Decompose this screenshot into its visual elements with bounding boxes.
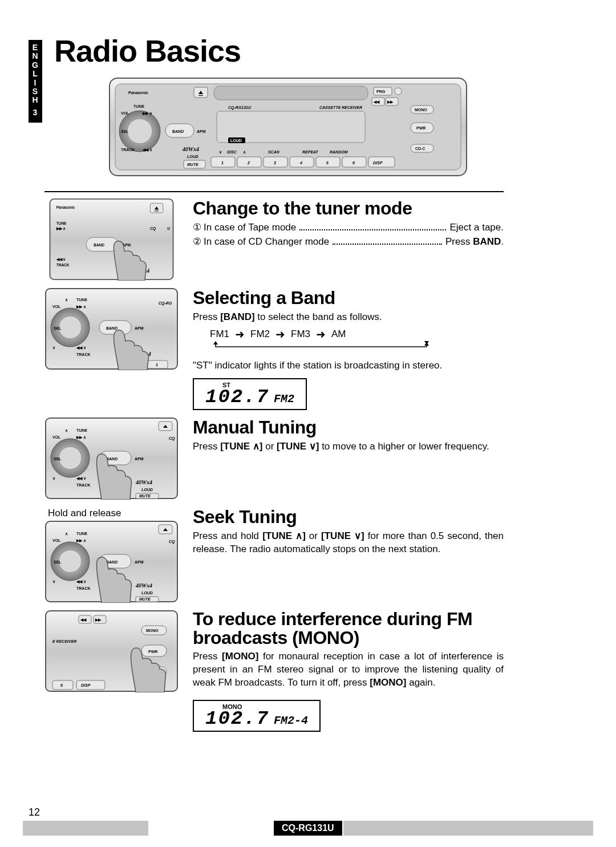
svg-text:APM: APM <box>135 560 144 564</box>
thumb-band: ∧TUNE VOL▶▶ ∧ SEL BAND APM ◀◀ ∨ ∨ TRACK … <box>44 287 179 370</box>
svg-text:◀◀ ∨: ◀◀ ∨ <box>76 346 86 350</box>
svg-text:40Wx4: 40Wx4 <box>135 479 152 485</box>
svg-text:APM: APM <box>197 129 206 133</box>
svg-point-110 <box>59 550 82 573</box>
language-label: ENGLISH <box>32 43 39 105</box>
svg-text:◀◀: ◀◀ <box>80 618 87 622</box>
svg-text:4: 4 <box>299 161 302 165</box>
svg-text:6: 6 <box>352 161 355 165</box>
svg-text:SEL: SEL <box>121 129 129 133</box>
svg-text:TRACK: TRACK <box>76 586 91 590</box>
footer-model: CQ-RG131U <box>274 821 342 836</box>
mono-text: Press [MONO] for monaural reception in c… <box>193 650 504 690</box>
heading-manual: Manual Tuning <box>193 417 504 438</box>
svg-text:PWR: PWR <box>416 126 425 130</box>
svg-text:TUNE: TUNE <box>76 532 87 536</box>
svg-text:◀◀ ∨: ◀◀ ∨ <box>142 148 152 152</box>
svg-text:CQ: CQ <box>150 226 156 231</box>
thumb-mono: ◀◀ ▶▶ MONO E RECEIVER PWR CD-C 6 DISP <box>44 610 179 692</box>
svg-text:APM: APM <box>135 326 144 330</box>
svg-text:▶▶ ∧: ▶▶ ∧ <box>76 435 86 440</box>
thumb-seek: ∧TUNE VOL▶▶ ∧ SEL BAND APM ◀◀ ∨∨ TRACK 4… <box>44 520 179 603</box>
svg-text:TRACK: TRACK <box>121 148 135 152</box>
svg-text:REPEAT: REPEAT <box>302 150 319 154</box>
svg-text:SCAN: SCAN <box>268 150 280 154</box>
radio-faceplate-illustration: Panasonic PRG ◀◀ ▶▶ MONO PWR CD-C TUNE V… <box>108 77 468 177</box>
svg-text:∨: ∨ <box>219 150 222 154</box>
thumb-change-mode: Panasonic TUNE ▶▶ ∧ BAND APM ◀◀ ∨ TRACK … <box>44 198 179 281</box>
svg-text:CQ: CQ <box>169 436 175 441</box>
language-tab: ENGLISH 3 <box>29 40 42 123</box>
svg-text:▶▶ ∧: ▶▶ ∧ <box>56 226 66 231</box>
svg-text:MONO: MONO <box>146 629 159 633</box>
svg-text:2: 2 <box>247 161 250 165</box>
heading-seek: Seek Tuning <box>193 506 504 528</box>
svg-text:◀◀ ∨: ◀◀ ∨ <box>76 579 86 584</box>
svg-text:∧: ∧ <box>65 428 68 432</box>
svg-point-4 <box>395 88 402 95</box>
svg-point-15 <box>127 119 152 144</box>
svg-text:∨: ∨ <box>52 579 55 583</box>
svg-text:◀◀ ∨: ◀◀ ∨ <box>56 257 66 262</box>
svg-text:BAND: BAND <box>94 243 104 247</box>
footer-bar: CQ-RG131U <box>0 821 616 836</box>
seek-text: Press and hold [TUNE ∧] or [TUNE ∨] for … <box>193 530 504 556</box>
svg-point-90 <box>59 447 82 469</box>
svg-text:5: 5 <box>326 161 329 165</box>
svg-text:1: 1 <box>221 161 224 165</box>
svg-text:CASSETTE RECEIVER: CASSETTE RECEIVER <box>319 106 362 110</box>
step-1: ① In case of Tape mode Eject a tape. <box>193 221 504 234</box>
svg-text:40Wx4: 40Wx4 <box>135 582 152 589</box>
st-note: "ST" indicator lights if the station is … <box>193 359 504 372</box>
svg-text:40Wx4: 40Wx4 <box>182 146 199 152</box>
band-cycle: FM1➜ FM2➜ FM3➜ AM <box>210 327 504 341</box>
svg-text:BAND: BAND <box>172 129 184 133</box>
svg-text:∧: ∧ <box>65 532 68 536</box>
svg-text:TUNE: TUNE <box>133 104 144 108</box>
svg-text:BAND: BAND <box>106 326 117 330</box>
page-title: Radio Basics <box>54 33 241 68</box>
svg-text:TRACK: TRACK <box>76 483 91 487</box>
svg-text:1: 1 <box>156 363 158 367</box>
seek-caption: Hold and release <box>48 508 193 519</box>
svg-text:E RECEIVER: E RECEIVER <box>52 639 76 643</box>
svg-text:VOL: VOL <box>52 305 61 309</box>
svg-text:3: 3 <box>274 161 276 165</box>
svg-text:▶▶: ▶▶ <box>387 100 394 104</box>
svg-text:DISC: DISC <box>227 150 237 154</box>
svg-text:LOUD: LOUD <box>141 488 153 492</box>
svg-rect-135 <box>52 680 73 690</box>
svg-text:SEL: SEL <box>54 560 62 564</box>
svg-text:MUTE: MUTE <box>187 163 198 167</box>
svg-text:PWR: PWR <box>148 650 157 654</box>
svg-text:▶▶ ∧: ▶▶ ∧ <box>142 111 152 116</box>
page-number: 12 <box>29 807 40 818</box>
svg-text:TRACK: TRACK <box>76 352 91 356</box>
heading-mono: To reduce interference during FM broadca… <box>193 610 504 648</box>
svg-text:U: U <box>167 226 170 230</box>
svg-text:6: 6 <box>60 683 63 687</box>
svg-text:LOUD: LOUD <box>187 155 198 159</box>
svg-text:◀◀ ∨: ◀◀ ∨ <box>76 476 86 481</box>
svg-text:APM: APM <box>135 457 144 461</box>
step-2: ② In case of CD Changer mode Press BAND. <box>193 236 504 249</box>
svg-text:Panasonic: Panasonic <box>56 205 75 209</box>
manual-text: Press [TUNE ∧] or [TUNE ∨] to move to a … <box>193 440 504 453</box>
brand-label: Panasonic <box>128 91 148 95</box>
svg-text:LOUD: LOUD <box>230 139 242 143</box>
divider <box>44 191 504 192</box>
svg-text:DISP: DISP <box>81 683 91 687</box>
svg-text:CQ-RG131U: CQ-RG131U <box>228 106 252 110</box>
svg-text:SEL: SEL <box>54 326 62 330</box>
svg-text:∧: ∧ <box>65 298 68 302</box>
svg-text:▶▶ ∧: ▶▶ ∧ <box>76 538 86 543</box>
svg-text:MUTE: MUTE <box>139 494 151 498</box>
svg-text:∨: ∨ <box>52 476 55 480</box>
svg-text:∨: ∨ <box>52 346 55 350</box>
lcd-display-mono: MONO 102.7FM2-4 <box>193 700 321 732</box>
svg-text:∧: ∧ <box>243 150 246 154</box>
svg-point-71 <box>59 316 82 339</box>
svg-text:CQ: CQ <box>169 540 175 544</box>
svg-text:MONO: MONO <box>415 108 427 112</box>
svg-text:VOL: VOL <box>52 538 61 542</box>
